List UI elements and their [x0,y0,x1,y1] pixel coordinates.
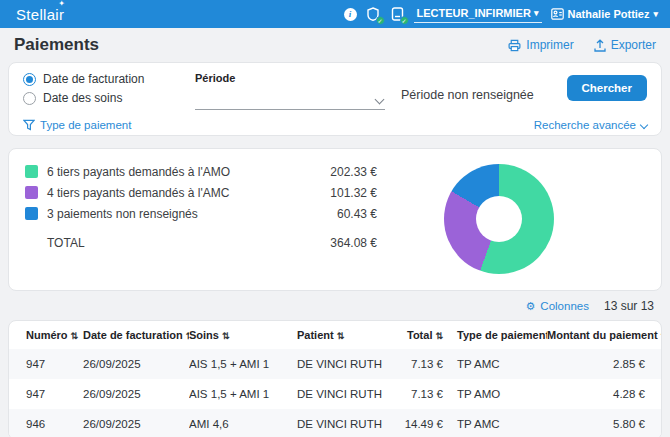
cell-date: 26/09/2025 [83,409,189,437]
gear-icon: ⚙ [525,300,535,313]
cell-numero: 947 [9,379,83,409]
col-header-montant[interactable]: Montant du paiement⇅ [547,321,661,349]
sort-icon: ⇅ [337,331,345,341]
cell-numero: 947 [9,349,83,379]
cell-numero: 946 [9,409,83,437]
legend-item: 3 paiements non renseignés 60.43 € [25,203,377,224]
legend-amount: 202.33 € [330,165,377,179]
info-icon[interactable]: i [344,8,357,21]
total-row: TOTAL 364.08 € [25,236,377,250]
radio-date-facturation-label: Date de facturation [43,72,144,86]
table-meta-row: ⚙ Colonnes 13 sur 13 [16,299,654,313]
page-header: Paiements Imprimer Exporter [0,28,670,62]
search-button[interactable]: Chercher [567,75,648,101]
sort-icon: ⇅ [71,331,79,341]
col-header-soins[interactable]: Soins⇅ [189,321,297,349]
legend-swatch-amo [25,165,38,178]
columns-button[interactable]: ⚙ Colonnes [525,300,588,313]
cell-date: 26/09/2025 [83,379,189,409]
vitale-card-icon[interactable]: ✓ [366,7,381,22]
table-row[interactable]: 947 26/09/2025 AIS 1,5 + AMI 1 DE VINCI … [9,349,661,379]
period-select[interactable] [195,95,385,110]
printer-icon [508,39,521,52]
user-badge-icon [551,8,564,20]
col-header-total[interactable]: Total⇅ [397,321,447,349]
payments-table: Numéro⇅ Date de facturation⇅ Soins⇅ Pati… [9,321,661,437]
caret-down-icon: ▾ [534,9,539,18]
page-title: Paiements [14,35,99,55]
user-menu[interactable]: Nathalie Pottiez ▾ [551,8,658,20]
caret-down-icon: ▾ [653,10,658,19]
print-button[interactable]: Imprimer [508,38,573,52]
cell-montant: 5.80 € [547,409,661,437]
cell-date: 26/09/2025 [83,349,189,379]
export-icon [594,39,606,52]
card-reader-icon[interactable]: ✓ [390,7,405,22]
top-bar: Stellair✦ i ✓ ✓ LECTEUR_INFIRMIER ▾ [0,0,670,28]
brand-logo: Stellair✦ [16,6,64,23]
col-header-date-facturation[interactable]: Date de facturation⇅ [83,321,189,349]
table-row[interactable]: 947 26/09/2025 AIS 1,5 + AMI 1 DE VINCI … [9,379,661,409]
radio-date-soins[interactable]: Date des soins [23,91,175,105]
star-icon: ✦ [58,0,65,8]
cell-patient: DE VINCI RUTH [297,409,397,437]
user-name: Nathalie Pottiez [568,8,650,20]
legend-label: 6 tiers payants demandés à l'AMO [47,165,230,179]
sort-icon: ⇅ [435,331,443,341]
summary-panel: 6 tiers payants demandés à l'AMO 202.33 … [8,148,662,291]
period-hint-text: Période non renseignée [401,72,534,102]
type-paiement-label: Type de paiement [40,119,131,131]
print-label: Imprimer [526,38,573,52]
cell-total: 14.49 € [397,409,447,437]
chevron-down-icon [375,95,385,105]
type-paiement-filter[interactable]: Type de paiement [23,119,131,131]
cell-type: TP AMC [447,409,547,437]
result-count: 13 sur 13 [604,299,654,313]
legend-swatch-amc [25,186,38,199]
reader-select[interactable]: LECTEUR_INFIRMIER ▾ [414,5,542,23]
cell-soins: AMI 4,6 [189,409,297,437]
payments-table-panel: Numéro⇅ Date de facturation⇅ Soins⇅ Pati… [8,320,662,437]
check-badge-icon: ✓ [400,16,409,25]
total-amount: 364.08 € [330,236,377,250]
period-label: Période [195,72,385,84]
donut-chart [444,164,554,274]
table-row[interactable]: 946 26/09/2025 AMI 4,6 DE VINCI RUTH 14.… [9,409,661,437]
legend-label: 3 paiements non renseignés [47,207,198,221]
cell-montant: 2.85 € [547,349,661,379]
total-label: TOTAL [25,236,85,250]
cell-patient: DE VINCI RUTH [297,379,397,409]
reader-select-value: LECTEUR_INFIRMIER [417,7,531,19]
chevron-down-icon [640,121,648,129]
legend-item: 6 tiers payants demandés à l'AMO 202.33 … [25,161,377,182]
check-badge-icon: ✓ [376,16,385,25]
col-header-patient[interactable]: Patient⇅ [297,321,397,349]
radio-unselected-icon [23,92,36,105]
cell-montant: 4.28 € [547,379,661,409]
cell-type: TP AMO [447,379,547,409]
legend-label: 4 tiers payants demandés à l'AMC [47,186,229,200]
legend-amount: 101.32 € [330,186,377,200]
radio-selected-icon [23,73,36,86]
legend-item: 4 tiers payants demandés à l'AMC 101.32 … [25,182,377,203]
legend-swatch-non-renseignes [25,207,38,220]
cell-patient: DE VINCI RUTH [297,349,397,379]
radio-date-facturation[interactable]: Date de facturation [23,72,175,86]
chart-legend: 6 tiers payants demandés à l'AMO 202.33 … [25,161,377,250]
cell-type: TP AMC [447,349,547,379]
columns-label: Colonnes [540,300,589,312]
filters-panel: Date de facturation Date des soins Pério… [8,62,662,136]
table-header-row: Numéro⇅ Date de facturation⇅ Soins⇅ Pati… [9,321,661,349]
cell-total: 7.13 € [397,379,447,409]
col-header-numero[interactable]: Numéro⇅ [9,321,83,349]
brand-text: Stellair [16,6,64,23]
col-header-type-paiement[interactable]: Type de paiement⇅ [447,321,547,349]
funnel-icon [23,119,35,131]
export-button[interactable]: Exporter [594,38,656,52]
cell-soins: AIS 1,5 + AMI 1 [189,379,297,409]
cell-total: 7.13 € [397,349,447,379]
cell-soins: AIS 1,5 + AMI 1 [189,349,297,379]
legend-amount: 60.43 € [337,207,377,221]
advanced-search-label: Recherche avancée [534,119,636,131]
advanced-search-toggle[interactable]: Recherche avancée [534,119,647,131]
